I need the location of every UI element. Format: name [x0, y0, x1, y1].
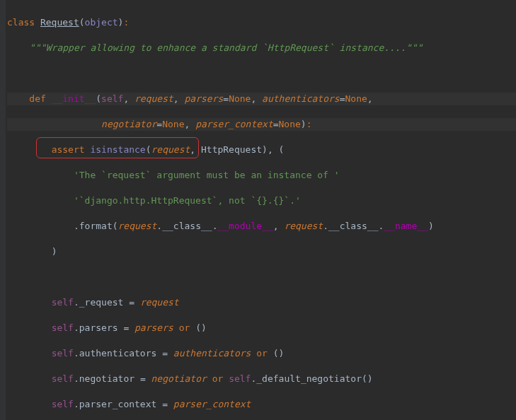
code-line[interactable]: [7, 67, 516, 80]
code-editor[interactable]: class Request(object): """Wrapper allowi…: [0, 0, 516, 420]
gutter: [0, 0, 6, 420]
code-line[interactable]: class Request(object):: [7, 16, 516, 29]
class-name: Request: [40, 17, 79, 28]
code-line[interactable]: self._request = request: [7, 296, 516, 309]
code-line[interactable]: ): [7, 245, 516, 258]
code-line[interactable]: self.parsers = parsers or (): [7, 322, 516, 334]
code-line[interactable]: """Wrapper allowing to enhance a standar…: [7, 42, 516, 54]
code-line[interactable]: assert isinstance(request, HttpRequest),…: [7, 144, 516, 156]
code-line[interactable]: '`django.http.HttpRequest`, not `{}.{}`.…: [7, 194, 516, 207]
code-line[interactable]: .format(request.__class__.__module__, re…: [7, 220, 516, 233]
code-line[interactable]: [7, 271, 516, 284]
code-line[interactable]: self.authenticators = authenticators or …: [7, 347, 516, 360]
code-line[interactable]: self.negotiator = negotiator or self._de…: [7, 373, 516, 385]
code-line[interactable]: negotiator=None, parser_context=None):: [7, 118, 516, 131]
code-line[interactable]: self.parser_context = parser_context: [7, 398, 516, 411]
keyword-class: class: [7, 17, 35, 28]
method-name: __init__: [52, 93, 96, 104]
code-line[interactable]: 'The `request` argument must be an insta…: [7, 169, 516, 182]
docstring: """Wrapper allowing to enhance a standar…: [29, 42, 423, 53]
code-line[interactable]: def __init__(self, request, parsers=None…: [7, 93, 516, 105]
